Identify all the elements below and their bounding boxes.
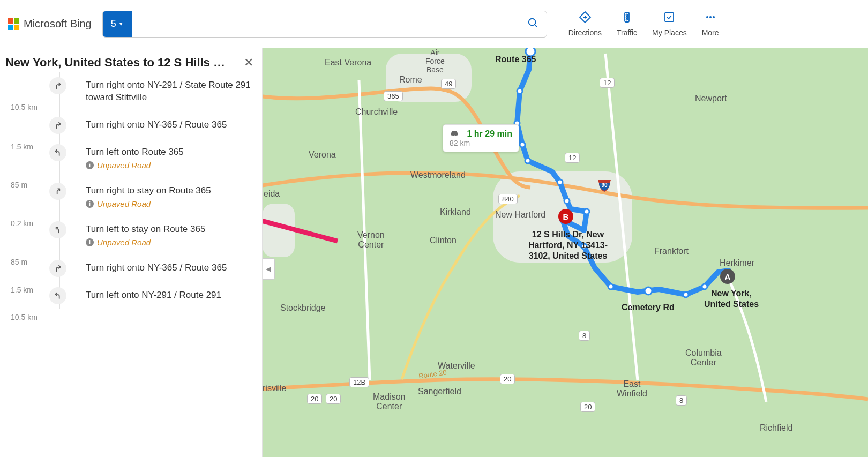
caret-down-icon: ▼ xyxy=(118,21,124,27)
place-east-verona: East Verona xyxy=(325,58,371,68)
search-box: 5 ▼ xyxy=(102,11,547,38)
svg-point-9 xyxy=(626,19,628,20)
turn-left-icon xyxy=(49,144,66,161)
interstate-90-icon: 90 xyxy=(597,178,612,193)
step-warning-text: Unpaved Road xyxy=(97,161,151,170)
nav-directions[interactable]: Directions xyxy=(568,11,602,37)
svg-point-25 xyxy=(645,287,652,295)
direction-step[interactable]: Turn right onto NY-365 / Route 365 1.5 k… xyxy=(54,111,262,139)
route-label-cemetery: Cemetery Rd xyxy=(622,303,675,312)
step-instruction: Turn right to stay on Route 365 xyxy=(86,185,253,197)
place-columbia-center: Columbia Center xyxy=(685,348,722,368)
nav-myplaces[interactable]: My Places xyxy=(652,11,687,37)
svg-point-7 xyxy=(626,14,628,16)
car-icon xyxy=(450,129,459,139)
svg-rect-1 xyxy=(14,18,19,24)
step-distance: 1.5 km xyxy=(11,286,48,294)
turn-left-icon xyxy=(49,287,66,304)
place-verona: Verona xyxy=(309,150,336,160)
place-east-winfield: East Winfield xyxy=(617,379,647,399)
svg-rect-10 xyxy=(665,13,674,21)
close-icon[interactable]: ✕ xyxy=(244,56,253,70)
collapse-panel-button[interactable]: ◀ xyxy=(263,258,275,280)
step-warning: iUnpaved Road xyxy=(86,199,253,208)
nav-more[interactable]: More xyxy=(702,11,719,37)
shield-20b: 20 xyxy=(326,394,341,404)
step-distance: 85 m xyxy=(11,181,48,189)
panel-header: New York, United States to 12 S Hills D…… xyxy=(0,48,262,72)
shield-20c: 20 xyxy=(500,374,515,384)
microsoft-logo-icon xyxy=(8,18,19,30)
step-distance: 10.5 km xyxy=(11,313,48,321)
direction-step[interactable]: Turn left onto Route 365 iUnpaved Road 8… xyxy=(54,139,262,177)
brand[interactable]: Microsoft Bing xyxy=(8,18,92,30)
direction-step[interactable]: Turn left onto NY-291 / Route 291 10.5 k… xyxy=(54,282,262,309)
directions-steps: Turn right onto NY-291 / State Route 291… xyxy=(0,72,262,309)
route-tooltip[interactable]: 1 hr 29 min 82 km xyxy=(443,124,519,152)
svg-point-8 xyxy=(626,17,628,18)
place-herkimer: Herkimer xyxy=(720,258,754,268)
bear-right-icon xyxy=(49,183,66,200)
shield-365: 365 xyxy=(384,91,403,101)
place-sangerfield: Sangerfield xyxy=(418,387,461,396)
nav-directions-label: Directions xyxy=(568,28,602,37)
search-button[interactable] xyxy=(520,11,547,37)
route-label-365: Route 365 xyxy=(495,55,536,64)
pin-a[interactable]: A xyxy=(720,269,735,284)
bear-left-icon xyxy=(49,221,66,238)
shield-49: 49 xyxy=(441,79,456,89)
svg-point-13 xyxy=(713,16,715,18)
place-richfield: Richfield xyxy=(760,423,792,433)
pin-b[interactable]: B xyxy=(558,209,573,224)
tooltip-dist: 82 km xyxy=(450,139,512,147)
svg-point-4 xyxy=(528,19,535,26)
svg-point-15 xyxy=(517,88,522,94)
svg-point-18 xyxy=(525,158,530,163)
info-icon: i xyxy=(86,238,94,246)
shield-8a: 8 xyxy=(676,395,687,406)
svg-line-5 xyxy=(534,25,537,27)
nav-traffic[interactable]: Traffic xyxy=(617,11,637,37)
map[interactable]: East Verona Rome Air Force Base Churchvi… xyxy=(263,48,868,457)
step-distance: 10.5 km xyxy=(11,103,48,111)
direction-step[interactable]: Turn right to stay on Route 365 iUnpaved… xyxy=(54,177,262,216)
step-instruction: Turn right onto NY-291 / State Route 291… xyxy=(86,79,253,104)
place-stockbridge: Stockbridge xyxy=(280,303,326,313)
brand-text: Microsoft Bing xyxy=(24,18,92,30)
nav-tools: Directions Traffic My Places More xyxy=(568,11,719,37)
chevron-left-icon: ◀ xyxy=(266,265,271,273)
nav-traffic-label: Traffic xyxy=(617,28,637,37)
place-kirkland: Kirkland xyxy=(440,207,471,217)
turn-right-icon xyxy=(49,260,66,277)
search-input[interactable] xyxy=(132,18,520,29)
step-warning: iUnpaved Road xyxy=(86,161,253,170)
search-prefix-value: 5 xyxy=(111,18,116,29)
shield-12B: 12B xyxy=(349,377,369,387)
pin-a-label: New York, United States xyxy=(697,288,766,310)
direction-step[interactable]: Turn left to stay on Route 365 iUnpaved … xyxy=(54,216,262,254)
svg-point-21 xyxy=(584,209,589,214)
directions-icon xyxy=(579,11,592,25)
svg-point-19 xyxy=(557,179,563,185)
shield-8b: 8 xyxy=(579,331,590,341)
step-instruction: Turn right onto NY-365 / Route 365 xyxy=(86,262,253,274)
tooltip-time: 1 hr 29 min xyxy=(467,129,512,138)
place-eida: eida xyxy=(264,189,280,199)
direction-step[interactable]: Turn right onto NY-291 / State Route 291… xyxy=(54,72,262,111)
step-distance: 85 m xyxy=(11,258,48,266)
info-icon: i xyxy=(86,200,94,208)
svg-point-20 xyxy=(564,198,570,204)
place-newport: Newport xyxy=(695,94,727,103)
directions-panel: New York, United States to 12 S Hills D…… xyxy=(0,48,263,457)
svg-point-26 xyxy=(683,292,689,297)
direction-step[interactable]: Turn right onto NY-365 / Route 365 1.5 k… xyxy=(54,254,262,282)
place-clinton: Clinton xyxy=(430,236,457,245)
svg-text:90: 90 xyxy=(601,182,608,188)
step-instruction: Turn left to stay on Route 365 xyxy=(86,223,253,236)
place-frankfort: Frankfort xyxy=(654,246,689,256)
step-warning-text: Unpaved Road xyxy=(97,238,151,247)
info-icon: i xyxy=(86,161,94,169)
search-prefix-dropdown[interactable]: 5 ▼ xyxy=(103,11,132,37)
shield-20a: 20 xyxy=(307,394,322,404)
place-airforce: Air Force Base xyxy=(425,48,445,74)
